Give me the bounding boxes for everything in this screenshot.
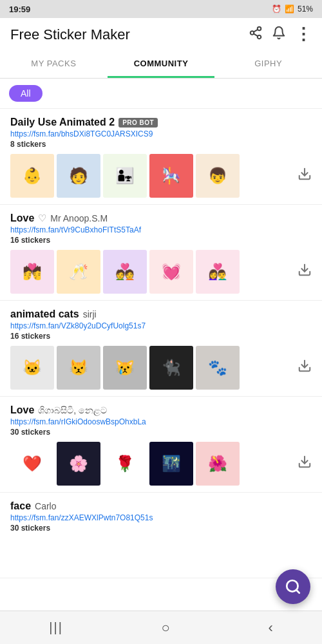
svg-line-3 bbox=[254, 33, 258, 36]
battery-icon: 51% bbox=[298, 5, 313, 14]
sticker-thumb: 🐾 bbox=[196, 346, 240, 390]
svg-line-10 bbox=[296, 590, 299, 593]
download-button[interactable] bbox=[298, 263, 312, 281]
pack-url: https://fsm.fan/bhsDXi8TGC0JARSXICS9 bbox=[10, 129, 312, 138]
pack-previews: 👶 🧑 👨‍👧 🎠 👦 bbox=[10, 154, 292, 198]
pack-previews-row: 👶 🧑 👨‍👧 🎠 👦 bbox=[10, 154, 312, 198]
pack-sticker-count: 8 stickers bbox=[10, 140, 312, 149]
pack-sticker-count: 30 stickers bbox=[10, 524, 312, 533]
pack-header: Love ♡ Mr Anoop.S.M bbox=[10, 213, 312, 224]
search-icon bbox=[285, 578, 301, 595]
nav-back-icon[interactable]: ‹ bbox=[268, 620, 272, 636]
sticker-thumb: 🌹 bbox=[103, 442, 147, 486]
share-icon[interactable] bbox=[249, 26, 263, 44]
pack-url: https://fsm.fan/rIGkiOdooswBspOhxbLa bbox=[10, 417, 312, 426]
pack-header: face Carlo bbox=[10, 500, 312, 512]
sticker-thumb: 😾 bbox=[57, 346, 100, 390]
tab-giphy[interactable]: GIPHY bbox=[214, 51, 322, 78]
nav-recents-icon[interactable]: ||| bbox=[49, 620, 63, 635]
app-title: Free Sticker Maker bbox=[10, 26, 130, 43]
sticker-thumb: 💑 bbox=[103, 250, 147, 294]
pack-url: https://fsm.fan/VZk80y2uDCyfUolg51s7 bbox=[10, 321, 312, 330]
tabs: MY PACKS COMMUNITY GIPHY bbox=[0, 51, 322, 79]
bell-icon[interactable] bbox=[272, 26, 286, 44]
pack-author: ශිගාබසිටි, නෙළට bbox=[38, 405, 107, 416]
pack-badge: PRO BOT bbox=[118, 118, 158, 128]
pack-header: animated cats sirji bbox=[10, 308, 312, 320]
pack-name: Love bbox=[10, 404, 34, 416]
sticker-thumb: ❤️ bbox=[10, 442, 54, 486]
pack-previews: 🐱 😾 😿 🐈‍⬛ 🐾 bbox=[10, 346, 292, 390]
sticker-thumb: 👩‍❤️‍👨 bbox=[196, 250, 240, 294]
tab-my-packs[interactable]: MY PACKS bbox=[0, 51, 108, 78]
sticker-thumb: 🎠 bbox=[149, 154, 193, 198]
download-button[interactable] bbox=[298, 359, 312, 377]
pack-sticker-count: 16 stickers bbox=[10, 332, 312, 341]
tab-community[interactable]: COMMUNITY bbox=[108, 51, 215, 78]
pack-item: animated cats sirji https://fsm.fan/VZk8… bbox=[0, 301, 322, 397]
sticker-thumb: 🐱 bbox=[10, 346, 54, 390]
pack-sticker-count: 16 stickers bbox=[10, 236, 312, 245]
heart-icon: ♡ bbox=[38, 213, 46, 224]
pack-header: Love ශිගාබසිටි, නෙළට bbox=[10, 404, 312, 416]
status-bar: 19:59 ⏰ 📶 51% bbox=[0, 0, 322, 18]
sticker-thumb: 🐈‍⬛ bbox=[149, 346, 193, 390]
pack-previews-row: ❤️ 🌸 🌹 🌃 🌺 bbox=[10, 442, 312, 486]
pack-url: https://fsm.fan/tVr9CuBxhoFITtS5TaAf bbox=[10, 225, 312, 234]
pack-previews-row: 💏 🥂 💑 💓 👩‍❤️‍👨 bbox=[10, 250, 312, 294]
sticker-thumb: 👶 bbox=[10, 154, 54, 198]
sticker-thumb: 👦 bbox=[196, 154, 240, 198]
alarm-icon: ⏰ bbox=[272, 5, 281, 14]
pack-url: https://fsm.fan/zzXAEWXlPwtn7O81Q51s bbox=[10, 513, 312, 522]
status-time: 19:59 bbox=[9, 5, 30, 14]
download-button[interactable] bbox=[298, 167, 312, 185]
search-fab[interactable] bbox=[276, 569, 310, 604]
status-icons: ⏰ 📶 51% bbox=[272, 5, 313, 14]
pack-author: Mr Anoop.S.M bbox=[50, 213, 108, 223]
svg-line-4 bbox=[254, 29, 258, 32]
filter-row: All bbox=[0, 79, 322, 109]
download-button[interactable] bbox=[298, 455, 312, 473]
filter-all-chip[interactable]: All bbox=[9, 85, 43, 102]
pack-name: Love bbox=[10, 213, 34, 224]
app-header: Free Sticker Maker ⋮ bbox=[0, 18, 322, 51]
pack-item: Love ශිගාබසිටි, නෙළට https://fsm.fan/rIG… bbox=[0, 397, 322, 493]
pack-previews: ❤️ 🌸 🌹 🌃 🌺 bbox=[10, 442, 292, 486]
sticker-thumb: 🌃 bbox=[149, 442, 193, 486]
nav-bar: ||| ○ ‹ bbox=[0, 611, 322, 644]
sticker-thumb: 💏 bbox=[10, 250, 54, 294]
sticker-thumb: 💓 bbox=[149, 250, 193, 294]
header-icons: ⋮ bbox=[249, 24, 312, 44]
pack-previews: 💏 🥂 💑 💓 👩‍❤️‍👨 bbox=[10, 250, 292, 294]
sticker-thumb: 🥂 bbox=[57, 250, 100, 294]
pack-name: face bbox=[10, 500, 31, 512]
wifi-icon: 📶 bbox=[285, 5, 294, 14]
pack-header: Daily Use Animated 2 PRO BOT bbox=[10, 117, 312, 128]
more-icon[interactable]: ⋮ bbox=[295, 24, 312, 44]
pack-author: sirji bbox=[83, 309, 97, 319]
pack-previews-row: 🐱 😾 😿 🐈‍⬛ 🐾 bbox=[10, 346, 312, 390]
pack-sticker-count: 30 stickers bbox=[10, 428, 312, 437]
pack-author: Carlo bbox=[35, 501, 56, 511]
pack-name: animated cats bbox=[10, 308, 79, 320]
sticker-thumb: 🧑 bbox=[57, 154, 100, 198]
sticker-thumb: 🌺 bbox=[196, 442, 240, 486]
pack-name: Daily Use Animated 2 bbox=[10, 117, 115, 128]
pack-item: face Carlo https://fsm.fan/zzXAEWXlPwtn7… bbox=[0, 493, 322, 578]
pack-item: Daily Use Animated 2 PRO BOT https://fsm… bbox=[0, 109, 322, 205]
nav-home-icon[interactable]: ○ bbox=[161, 620, 169, 636]
sticker-thumb: 😿 bbox=[103, 346, 147, 390]
sticker-thumb: 👨‍👧 bbox=[103, 154, 147, 198]
sticker-thumb: 🌸 bbox=[57, 442, 100, 486]
pack-item: Love ♡ Mr Anoop.S.M https://fsm.fan/tVr9… bbox=[0, 205, 322, 301]
